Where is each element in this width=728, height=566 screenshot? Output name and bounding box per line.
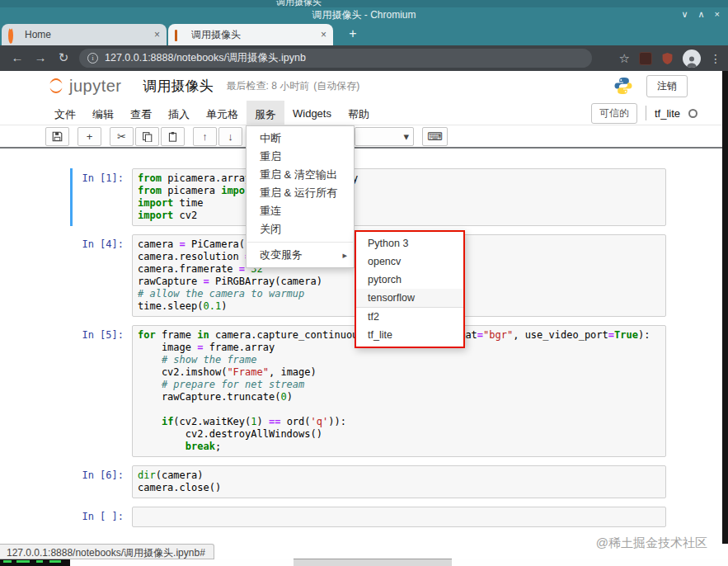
browser-toolbar: ← → ↻ i 127.0.0.1:8888/notebooks/调用摄像头.i… <box>0 45 728 71</box>
window-title: 调用摄像头 - Chromium <box>0 8 728 22</box>
page-info-icon[interactable]: i <box>87 53 98 64</box>
forward-icon[interactable]: → <box>31 50 49 66</box>
maximize-icon[interactable]: ∧ <box>698 10 705 19</box>
kernel-option-opencv[interactable]: opencv <box>356 252 463 271</box>
insert-cell-button[interactable]: + <box>77 127 101 146</box>
logout-button[interactable]: 注销 <box>646 75 688 97</box>
tab-label: 调用摄像头 <box>191 28 316 42</box>
reload-icon[interactable]: ↻ <box>54 50 73 66</box>
kernel-option-python3[interactable]: Python 3 <box>356 234 463 252</box>
checkpoint-text: 最后检查: 8 小时前 <box>227 79 310 93</box>
link-status-bubble: 127.0.0.1:8888/notebooks/调用摄像头.ipynb# <box>0 544 214 559</box>
jupyter-favicon-icon <box>8 30 19 40</box>
jupyter-logo[interactable]: jupyter <box>46 76 122 96</box>
menu-item-restart-run-all[interactable]: 重启 & 运行所有 <box>247 184 354 202</box>
move-cell-down-button[interactable]: ↓ <box>218 127 242 146</box>
save-button[interactable] <box>45 127 69 146</box>
background-window-title: 调用摄像头 <box>276 0 322 7</box>
move-cell-up-button[interactable]: ↑ <box>193 127 217 146</box>
menu-edit[interactable]: 编辑 <box>84 101 122 125</box>
new-tab-button[interactable]: + <box>343 26 363 44</box>
menu-insert[interactable]: 插入 <box>160 101 198 125</box>
menu-widgets[interactable]: Widgets <box>284 101 340 125</box>
command-palette-button[interactable]: ⌨ <box>422 127 448 146</box>
menu-file[interactable]: 文件 <box>46 101 84 125</box>
profile-avatar[interactable] <box>683 50 701 68</box>
notebook-toolbar: + ✂ ↑ ↓ ▶ 运行 ■ ↻ ▾ ⌨ <box>0 125 722 147</box>
kernel-option-tensorflow[interactable]: tensorflow <box>356 289 463 308</box>
toolbar-right: ☆ ⋮ <box>619 45 721 71</box>
copy-icon <box>142 131 153 142</box>
cut-cell-button[interactable]: ✂ <box>110 127 134 146</box>
menu-item-change-kernel[interactable]: 改变服务 ▸ <box>247 246 354 264</box>
kernel-option-tf2[interactable]: tf2 <box>356 308 463 326</box>
menu-item-reconnect[interactable]: 重连 <box>247 202 354 220</box>
notebook-cell[interactable]: In [1]:from picamera.array import PiRGBA… <box>70 168 666 226</box>
autosave-text: (自动保存) <box>313 79 359 93</box>
url-text[interactable]: 127.0.0.1:8888/notebooks/调用摄像头.ipynb <box>105 51 306 65</box>
extension-icon[interactable] <box>639 52 652 65</box>
cell-input[interactable]: from picamera.array import PiRGBArrayfro… <box>132 168 666 226</box>
tab-notebook[interactable]: 调用摄像头 × <box>168 24 333 45</box>
cell-prompt: In [4]: <box>73 234 132 317</box>
header-right: 注销 <box>613 71 688 101</box>
kernel-option-tf-lite[interactable]: tf_lite <box>356 326 463 344</box>
kernel-option-pytorch[interactable]: pytorch <box>356 271 463 289</box>
cell-prompt: In [1]: <box>73 168 132 226</box>
cell-prompt: In [5]: <box>73 325 132 457</box>
change-kernel-label: 改变服务 <box>260 248 303 261</box>
menu-item-restart[interactable]: 重启 <box>247 148 354 166</box>
tab-close-icon[interactable]: × <box>154 29 160 40</box>
minimize-icon[interactable]: ∨ <box>681 10 688 19</box>
jupyter-logo-icon <box>46 76 66 96</box>
window-fragment <box>294 559 452 566</box>
tab-strip: Home × 调用摄像头 × + <box>0 21 728 45</box>
paste-cell-button[interactable] <box>161 127 185 146</box>
notebook-menubar: 文件 编辑 查看 插入 单元格 服务 Widgets 帮助 可信的 tf_lit… <box>0 101 722 125</box>
cell-prompt: In [ ]: <box>73 507 132 527</box>
tab-home[interactable]: Home × <box>2 24 167 45</box>
kernel-submenu-highlighted: Python 3 opencv pytorch tensorflow tf2 t… <box>355 230 465 348</box>
menu-kernel[interactable]: 服务 <box>247 101 284 125</box>
background-window-sliver: 调用摄像头 <box>0 0 728 7</box>
kernel-separator <box>646 106 646 120</box>
menu-help[interactable]: 帮助 <box>340 101 378 125</box>
window-titlebar: 调用摄像头 - Chromium ∨ ∧ × <box>0 7 728 21</box>
trusted-badge[interactable]: 可信的 <box>591 103 637 124</box>
page-scrollbar[interactable] <box>722 71 728 544</box>
tab-label: Home <box>25 29 149 40</box>
menubar-right: 可信的 tf_lite <box>591 101 697 125</box>
copy-cell-button[interactable] <box>135 127 159 146</box>
menu-item-shutdown[interactable]: 关闭 <box>247 220 354 238</box>
cell-prompt: In [6]: <box>73 465 132 498</box>
notebook-title[interactable]: 调用摄像头 <box>143 77 214 96</box>
notebook-header: jupyter 调用摄像头 最后检查: 8 小时前 (自动保存) 注销 <box>0 71 722 101</box>
menu-divider <box>247 242 353 243</box>
browser-menu-icon[interactable]: ⋮ <box>710 52 721 65</box>
paste-icon <box>167 131 178 142</box>
bookmark-star-icon[interactable]: ☆ <box>619 51 630 66</box>
back-icon[interactable]: ← <box>8 50 26 66</box>
submenu-arrow-icon: ▸ <box>342 249 347 261</box>
jupyter-logo-text: jupyter <box>69 77 122 96</box>
address-bar[interactable]: i 127.0.0.1:8888/notebooks/调用摄像头.ipynb <box>79 49 592 68</box>
shield-extension-icon[interactable] <box>661 52 674 65</box>
close-icon[interactable]: × <box>715 10 720 19</box>
kernel-menu: 中断 重启 重启 & 清空输出 重启 & 运行所有 重连 关闭 改变服务 ▸ P… <box>246 125 355 268</box>
tab-close-icon[interactable]: × <box>321 29 326 40</box>
window-controls: ∨ ∧ × <box>681 7 720 21</box>
notebook-cell[interactable]: In [6]:dir(camera)camera.close() <box>70 465 666 498</box>
python-kernel-logo-icon <box>613 76 633 96</box>
cell-input[interactable]: dir(camera)camera.close() <box>132 465 666 498</box>
menu-item-interrupt[interactable]: 中断 <box>247 130 354 148</box>
watermark-text: @稀土掘金技术社区 <box>596 535 707 551</box>
cell-type-select[interactable]: ▾ <box>355 127 414 146</box>
chevron-down-icon: ▾ <box>403 130 409 143</box>
cell-input[interactable] <box>132 507 666 527</box>
menu-view[interactable]: 查看 <box>122 101 160 125</box>
menu-item-restart-clear[interactable]: 重启 & 清空输出 <box>247 166 354 184</box>
notebook-cell[interactable]: In [ ]: <box>70 507 666 527</box>
kernel-idle-icon <box>688 109 697 118</box>
notebook-favicon-icon <box>175 30 186 40</box>
menu-cell[interactable]: 单元格 <box>198 101 247 125</box>
